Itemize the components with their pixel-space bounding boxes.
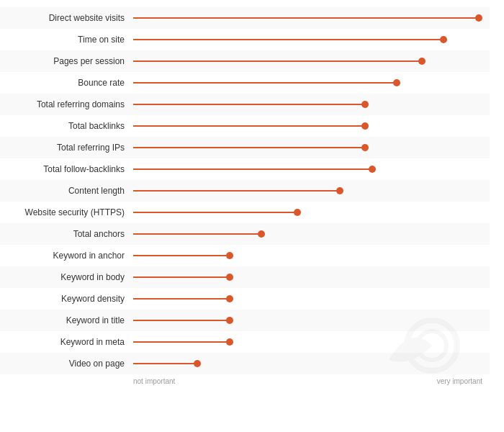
chart-row: Keyword density xyxy=(0,288,490,310)
bar-line xyxy=(133,341,230,343)
chart-row: Content length xyxy=(0,180,490,202)
row-label: Keyword density xyxy=(0,294,133,304)
bar-dot xyxy=(361,122,369,130)
bar-line xyxy=(133,60,422,62)
bar-line xyxy=(133,82,397,84)
row-label: Time on site xyxy=(0,35,133,45)
chart-row: Bounce rate xyxy=(0,72,490,94)
chart-row: Total referring IPs xyxy=(0,137,490,158)
bar-line xyxy=(133,363,197,364)
row-label: Keyword in meta xyxy=(0,337,133,347)
row-bar-area xyxy=(133,72,490,94)
row-bar-area xyxy=(133,7,490,29)
chart-row: Total anchors xyxy=(0,223,490,245)
bar-line xyxy=(133,17,479,19)
chart-row: Keyword in body xyxy=(0,266,490,288)
row-bar-area xyxy=(133,331,490,353)
axis-labels: not important very important xyxy=(0,377,490,385)
bar-line xyxy=(133,125,365,127)
row-label: Keyword in anchor xyxy=(0,251,133,261)
row-bar-area xyxy=(133,288,490,310)
bar-line xyxy=(133,298,230,300)
bar-line xyxy=(133,320,230,321)
bar-dot xyxy=(226,317,233,324)
bar-dot xyxy=(226,338,233,346)
bar-dot xyxy=(440,36,447,43)
row-bar-area xyxy=(133,29,490,50)
rows-container: Direct website visitsTime on sitePages p… xyxy=(0,7,490,374)
bar-dot xyxy=(336,187,343,194)
bar-dot xyxy=(475,14,482,22)
row-label: Pages per session xyxy=(0,56,133,66)
row-label: Keyword in body xyxy=(0,272,133,282)
bar-line xyxy=(133,147,365,148)
axis-label-left: not important xyxy=(133,377,175,385)
chart-row: Keyword in title xyxy=(0,310,490,331)
chart-row: Website security (HTTPS) xyxy=(0,202,490,223)
row-bar-area xyxy=(133,50,490,72)
bar-line xyxy=(133,212,297,213)
bar-dot xyxy=(258,230,265,238)
bar-dot xyxy=(226,295,233,302)
bar-dot xyxy=(361,144,369,151)
chart-row: Video on page xyxy=(0,353,490,374)
bar-line xyxy=(133,168,372,170)
row-label: Website security (HTTPS) xyxy=(0,207,133,217)
row-bar-area xyxy=(133,245,490,266)
chart-row: Keyword in meta xyxy=(0,331,490,353)
row-label: Video on page xyxy=(0,359,133,369)
chart-row: Total backlinks xyxy=(0,115,490,137)
bar-line xyxy=(133,233,261,235)
row-label: Bounce rate xyxy=(0,78,133,88)
chart-row: Direct website visits xyxy=(0,7,490,29)
bar-dot xyxy=(194,360,201,367)
chart-container: Direct website visitsTime on sitePages p… xyxy=(0,0,504,418)
row-bar-area xyxy=(133,137,490,158)
row-label: Total referring IPs xyxy=(0,143,133,153)
row-bar-area xyxy=(133,266,490,288)
row-label: Total backlinks xyxy=(0,121,133,131)
chart-row: Pages per session xyxy=(0,50,490,72)
row-label: Keyword in title xyxy=(0,315,133,325)
row-bar-area xyxy=(133,115,490,137)
bar-dot xyxy=(226,274,233,281)
bar-line xyxy=(133,39,444,40)
bar-line xyxy=(133,190,340,192)
bar-line xyxy=(133,255,230,256)
bar-dot xyxy=(294,209,301,216)
row-label: Direct website visits xyxy=(0,13,133,23)
chart-row: Total referring domains xyxy=(0,94,490,115)
bar-line xyxy=(133,104,365,105)
row-bar-area xyxy=(133,94,490,115)
row-bar-area xyxy=(133,310,490,331)
bar-dot xyxy=(369,166,376,173)
chart-row: Time on site xyxy=(0,29,490,50)
row-label: Content length xyxy=(0,186,133,196)
row-bar-area xyxy=(133,180,490,202)
row-bar-area xyxy=(133,353,490,374)
row-label: Total referring domains xyxy=(0,99,133,109)
axis-label-right: very important xyxy=(437,377,482,385)
bar-dot xyxy=(226,252,233,259)
row-bar-area xyxy=(133,158,490,180)
bar-dot xyxy=(361,101,369,108)
row-label: Total follow-backlinks xyxy=(0,164,133,174)
bar-dot xyxy=(418,58,426,65)
row-bar-area xyxy=(133,202,490,223)
chart-row: Keyword in anchor xyxy=(0,245,490,266)
chart-row: Total follow-backlinks xyxy=(0,158,490,180)
bar-dot xyxy=(393,79,400,86)
row-label: Total anchors xyxy=(0,229,133,239)
bar-line xyxy=(133,276,230,278)
row-bar-area xyxy=(133,223,490,245)
